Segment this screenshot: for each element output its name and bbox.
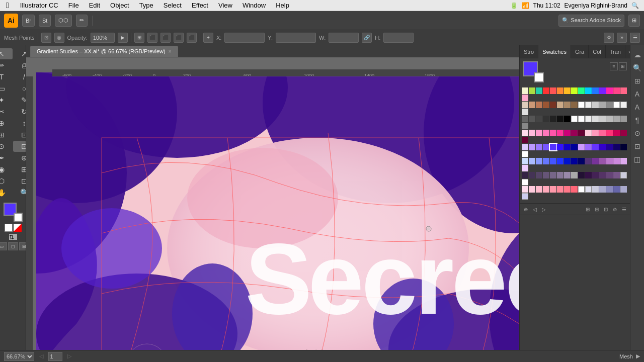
swatch-129[interactable] bbox=[606, 186, 613, 193]
swatch-49[interactable] bbox=[606, 116, 613, 122]
swatch-32[interactable] bbox=[599, 102, 606, 108]
swatch-14[interactable] bbox=[613, 87, 620, 94]
swatch-47[interactable] bbox=[592, 116, 599, 122]
scale-tool[interactable]: ⊕ bbox=[0, 118, 13, 129]
opt-btn-4[interactable]: + bbox=[203, 33, 213, 43]
brush-tool[interactable]: ✦ bbox=[0, 95, 13, 106]
swatch-44[interactable] bbox=[571, 116, 578, 122]
opt-align-2[interactable]: ⬛ bbox=[147, 33, 157, 43]
swatch-50[interactable] bbox=[613, 116, 620, 122]
play-btn[interactable]: ▶ bbox=[636, 353, 640, 359]
tab-close-btn[interactable]: × bbox=[169, 49, 172, 54]
swatch-12[interactable] bbox=[599, 87, 606, 94]
swatch-26[interactable] bbox=[557, 102, 564, 108]
swatch-21[interactable] bbox=[522, 102, 528, 108]
swatch-99[interactable] bbox=[620, 158, 627, 164]
link-btn[interactable]: 🔗 bbox=[362, 33, 372, 43]
opt-align-1[interactable]: ⊞ bbox=[134, 33, 144, 43]
swatch-3[interactable] bbox=[536, 87, 542, 94]
symbol-tool[interactable]: ◉ bbox=[0, 164, 13, 175]
rect-tool[interactable]: ▭ bbox=[0, 83, 13, 94]
swatch-104[interactable] bbox=[543, 172, 549, 178]
collapse-btn[interactable]: » bbox=[617, 33, 627, 43]
w-input[interactable] bbox=[329, 33, 359, 43]
stock-btn[interactable]: St bbox=[39, 15, 51, 27]
swatch-97[interactable] bbox=[606, 158, 613, 164]
swatch-120[interactable] bbox=[543, 186, 549, 193]
panel-icon-8[interactable]: ☰ bbox=[620, 205, 628, 213]
swatch-40[interactable] bbox=[543, 116, 549, 122]
swatch-1[interactable] bbox=[522, 87, 528, 94]
slice-tool[interactable]: ⊡ bbox=[13, 175, 26, 187]
warp-tool[interactable]: ↕ bbox=[13, 118, 26, 129]
swatch-73-active[interactable] bbox=[550, 144, 556, 150]
h-input[interactable] bbox=[383, 33, 414, 43]
menu-effect[interactable]: Effect bbox=[187, 2, 213, 9]
opacity-input[interactable] bbox=[91, 33, 115, 43]
swatch-118[interactable] bbox=[529, 186, 535, 193]
text-tool[interactable]: T bbox=[0, 71, 13, 82]
swatch-127[interactable] bbox=[592, 186, 599, 193]
swatch-64[interactable] bbox=[599, 130, 606, 136]
swatch-87[interactable] bbox=[536, 158, 542, 164]
panel-tab-gradient[interactable]: Gra bbox=[571, 45, 589, 58]
swatch-80[interactable] bbox=[599, 144, 606, 150]
swatch-75[interactable] bbox=[564, 144, 571, 150]
swatch-4[interactable] bbox=[543, 87, 549, 94]
swatch-106[interactable] bbox=[557, 172, 564, 178]
swatch-65[interactable] bbox=[606, 130, 613, 136]
apple-logo[interactable]:  bbox=[6, 1, 9, 10]
panels-btn[interactable]: ☰ bbox=[630, 33, 640, 43]
swatch-35[interactable] bbox=[620, 102, 627, 108]
swatch-71[interactable] bbox=[536, 144, 542, 150]
swatch-22[interactable] bbox=[529, 102, 535, 108]
swatch-123[interactable] bbox=[564, 186, 571, 193]
swatch-89[interactable] bbox=[550, 158, 556, 164]
swatch-131[interactable] bbox=[620, 186, 627, 193]
document-tab[interactable]: Gradient Studies – XX.ai* @ 66.67% (RGB/… bbox=[30, 46, 178, 57]
swatch-59[interactable] bbox=[564, 130, 571, 136]
menu-edit[interactable]: Edit bbox=[84, 2, 105, 9]
draw-mode-btn[interactable]: ✏ bbox=[76, 15, 88, 27]
swatch-52[interactable] bbox=[522, 123, 528, 129]
swatch-5[interactable] bbox=[550, 87, 556, 94]
swatch-31[interactable] bbox=[592, 102, 599, 108]
workspace-btn[interactable]: ⬡⬡ bbox=[55, 15, 72, 27]
swatch-36[interactable] bbox=[522, 109, 528, 115]
menu-illustrator[interactable]: Illustrator CC bbox=[15, 2, 63, 9]
swatch-90[interactable] bbox=[557, 158, 564, 164]
swatch-110[interactable] bbox=[585, 172, 592, 178]
panel-icon-4[interactable]: ⊞ bbox=[584, 205, 592, 213]
swatch-38[interactable] bbox=[529, 116, 535, 122]
swatch-61[interactable] bbox=[578, 130, 585, 136]
opt-btn-5[interactable]: ⚙ bbox=[604, 33, 614, 43]
line-tool[interactable]: / bbox=[13, 71, 26, 82]
swatch-84[interactable] bbox=[522, 151, 528, 157]
swatch-62[interactable] bbox=[585, 130, 592, 136]
column-graph-tool[interactable]: ⊞ bbox=[0, 129, 13, 140]
opt-align-3[interactable]: ⬛ bbox=[160, 33, 171, 43]
swatch-42[interactable] bbox=[557, 116, 564, 122]
swatch-83[interactable] bbox=[620, 144, 627, 150]
swatch-109[interactable] bbox=[578, 172, 585, 178]
swatch-53[interactable] bbox=[522, 130, 528, 136]
zoom-select[interactable]: 66.67% 50% 100% 200% bbox=[4, 352, 34, 361]
stroke-none-btn[interactable] bbox=[14, 224, 22, 232]
y-input[interactable]: 2799.196 px bbox=[276, 33, 316, 43]
swatch-81[interactable] bbox=[606, 144, 613, 150]
pen-tool[interactable]: ✏ bbox=[0, 60, 13, 71]
swatch-54[interactable] bbox=[529, 130, 535, 136]
search-stock-btn[interactable]: 🔍 Search Adobe Stock bbox=[558, 15, 624, 27]
gradient-tool[interactable]: ⊙ bbox=[0, 141, 13, 152]
swatch-102[interactable] bbox=[529, 172, 535, 178]
rsb-circle-icon[interactable]: ⊙ bbox=[632, 128, 643, 139]
column-chart-tool[interactable]: ⊞ bbox=[13, 164, 26, 175]
swatch-43[interactable] bbox=[564, 116, 571, 122]
swap-colors-btn[interactable]: ⇅ bbox=[9, 234, 17, 240]
swatch-78[interactable] bbox=[585, 144, 592, 150]
panel-icon-2[interactable]: ◁ bbox=[531, 205, 539, 213]
swatch-9[interactable] bbox=[578, 87, 585, 94]
swatch-101[interactable] bbox=[522, 172, 528, 178]
swatch-98[interactable] bbox=[613, 158, 620, 164]
rsb-text2-icon[interactable]: A bbox=[632, 102, 643, 113]
